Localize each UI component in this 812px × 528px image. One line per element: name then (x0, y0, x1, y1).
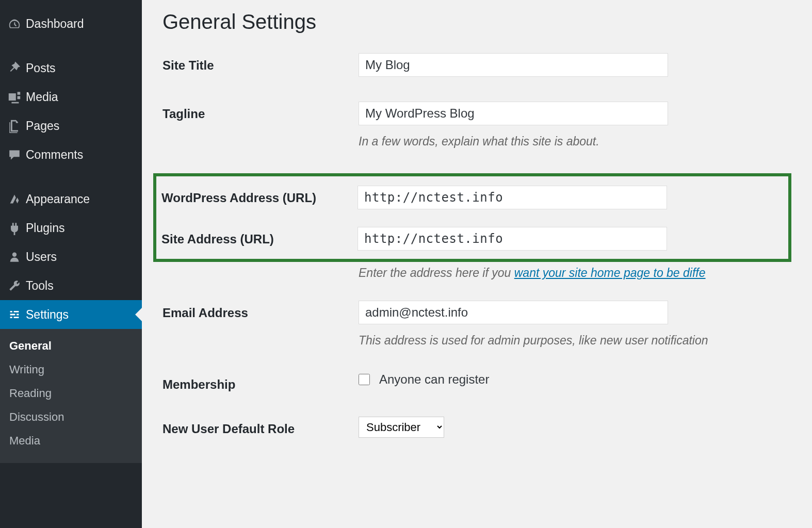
sidebar-label: Plugins (26, 221, 64, 235)
input-site-address[interactable] (358, 227, 667, 251)
sidebar-item-pages[interactable]: Pages (0, 111, 142, 140)
sidebar-item-users[interactable]: Users (0, 242, 142, 271)
checkbox-label-register: Anyone can register (379, 372, 489, 387)
sidebar-item-tools[interactable]: Tools (0, 271, 142, 300)
dashboard-icon (7, 16, 26, 31)
submenu-item-reading[interactable]: Reading (0, 382, 142, 405)
pushpin-icon (7, 61, 26, 75)
row-site-address: Site Address (URL) (161, 227, 783, 251)
row-membership: Membership Anyone can register (163, 372, 812, 392)
label-new-user-role: New User Default Role (163, 417, 359, 436)
users-icon (7, 250, 26, 264)
help-site-address: Enter the address here if you want your … (359, 266, 812, 280)
sidebar-label: Users (26, 250, 57, 264)
submenu-item-discussion[interactable]: Discussion (0, 405, 142, 429)
comments-icon (7, 147, 26, 162)
pages-icon (7, 119, 26, 133)
sidebar-item-dashboard[interactable]: Dashboard (0, 9, 142, 38)
sidebar-label: Posts (26, 61, 56, 75)
sidebar-label: Settings (26, 308, 69, 322)
row-tagline: Tagline In a few words, explain what thi… (163, 102, 812, 148)
sidebar-label: Comments (26, 148, 83, 162)
row-wp-address: WordPress Address (URL) (161, 186, 783, 209)
help-tagline: In a few words, explain what this site i… (359, 135, 812, 148)
sidebar-label: Appearance (26, 192, 90, 206)
sidebar-label: Media (26, 90, 58, 104)
admin-sidebar: Dashboard Posts Media Pages Comments App… (0, 0, 142, 528)
sidebar-item-plugins[interactable]: Plugins (0, 213, 142, 242)
label-wp-address: WordPress Address (URL) (161, 186, 358, 205)
row-site-title: Site Title (163, 53, 812, 77)
row-email: Email Address This address is used for a… (163, 301, 812, 348)
media-icon (7, 90, 26, 104)
sidebar-item-appearance[interactable]: Appearance (0, 185, 142, 213)
page-title: General Settings (163, 10, 812, 34)
sidebar-item-media[interactable]: Media (0, 82, 142, 111)
link-site-address-help[interactable]: want your site home page to be diffe (514, 266, 706, 279)
tools-icon (7, 278, 26, 293)
input-email[interactable] (359, 301, 668, 324)
sidebar-item-posts[interactable]: Posts (0, 54, 142, 82)
plugins-icon (7, 221, 26, 235)
label-site-title: Site Title (163, 53, 359, 73)
select-new-user-role[interactable]: Subscriber (359, 417, 444, 438)
main-content: General Settings Site Title Tagline In a… (142, 0, 812, 528)
submenu-item-media[interactable]: Media (0, 429, 142, 453)
label-site-address: Site Address (URL) (161, 227, 358, 246)
label-tagline: Tagline (163, 102, 359, 121)
input-tagline[interactable] (359, 102, 668, 125)
sidebar-label: Pages (26, 119, 59, 133)
row-new-user-role: New User Default Role Subscriber (163, 417, 812, 438)
sidebar-item-comments[interactable]: Comments (0, 140, 142, 169)
url-highlight-box: WordPress Address (URL) Site Address (UR… (153, 173, 791, 262)
submenu-item-writing[interactable]: Writing (0, 358, 142, 382)
input-wp-address[interactable] (358, 186, 667, 209)
label-membership: Membership (163, 372, 359, 392)
label-email: Email Address (163, 301, 359, 320)
submenu-item-general[interactable]: General (0, 334, 142, 358)
settings-icon (7, 307, 26, 322)
appearance-icon (7, 192, 26, 206)
settings-submenu: General Writing Reading Discussion Media (0, 329, 142, 463)
checkbox-anyone-can-register[interactable] (359, 374, 370, 385)
sidebar-item-settings[interactable]: Settings (0, 300, 142, 329)
input-site-title[interactable] (359, 53, 668, 77)
help-email: This address is used for admin purposes,… (359, 334, 812, 348)
sidebar-label: Tools (26, 279, 54, 293)
settings-form: Site Title Tagline In a few words, expla… (163, 53, 812, 438)
sidebar-label: Dashboard (26, 17, 84, 31)
